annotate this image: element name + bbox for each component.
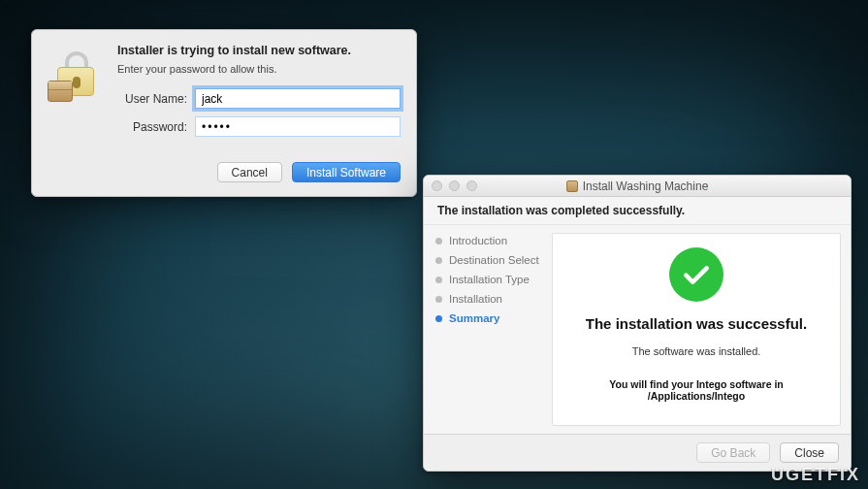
watermark: UGETFIX — [771, 465, 860, 485]
go-back-button: Go Back — [696, 442, 770, 463]
password-input[interactable] — [195, 116, 401, 137]
installer-header: The installation was completed successfu… — [424, 197, 851, 225]
lock-icon — [46, 46, 106, 106]
close-window-icon[interactable] — [432, 180, 442, 191]
close-button[interactable]: Close — [780, 442, 839, 463]
bullet-icon — [435, 238, 442, 244]
cancel-button[interactable]: Cancel — [217, 162, 282, 182]
bullet-icon — [435, 257, 442, 264]
install-software-button[interactable]: Install Software — [292, 162, 401, 182]
step-label: Summary — [449, 312, 499, 324]
package-icon — [566, 180, 578, 192]
step-destination-select: Destination Select — [435, 254, 544, 266]
installer-main: The installation was successful. The sof… — [552, 233, 841, 426]
success-check-icon — [669, 247, 723, 302]
step-label: Installation Type — [449, 274, 530, 285]
titlebar[interactable]: Install Washing Machine — [424, 176, 851, 197]
step-summary: Summary — [435, 312, 544, 324]
username-label: User Name: — [117, 92, 195, 106]
zoom-window-icon[interactable] — [466, 180, 477, 191]
success-note: You will find your Intego software in /A… — [564, 378, 828, 402]
step-label: Introduction — [449, 235, 507, 246]
bullet-icon — [435, 277, 442, 283]
minimize-window-icon[interactable] — [449, 180, 460, 191]
success-subtitle: The software was installed. — [632, 345, 761, 357]
auth-title: Installer is trying to install new softw… — [117, 44, 401, 57]
window-title: Install Washing Machine — [583, 179, 709, 193]
success-title: The installation was successful. — [586, 315, 807, 332]
bullet-icon — [435, 296, 442, 303]
username-input[interactable] — [195, 88, 401, 109]
auth-dialog: Installer is trying to install new softw… — [31, 29, 417, 197]
step-installation-type: Installation Type — [435, 274, 544, 285]
step-label: Installation — [449, 293, 502, 305]
step-installation: Installation — [435, 293, 544, 305]
bullet-icon — [435, 315, 442, 322]
step-label: Destination Select — [449, 254, 539, 266]
package-icon — [48, 81, 73, 102]
auth-instruction: Enter your password to allow this. — [117, 63, 401, 75]
step-introduction: Introduction — [435, 235, 544, 246]
installer-sidebar: Introduction Destination Select Installa… — [424, 225, 552, 434]
password-label: Password: — [117, 120, 195, 134]
installer-window: Install Washing Machine The installation… — [423, 175, 852, 472]
window-controls[interactable] — [432, 180, 477, 191]
